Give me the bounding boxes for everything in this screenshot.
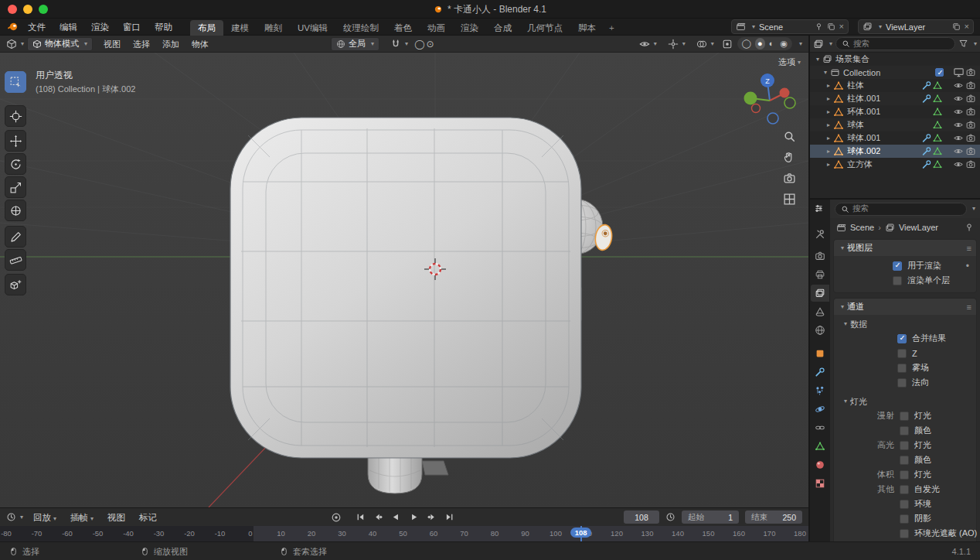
properties-tab-modifiers[interactable] <box>811 364 829 381</box>
expand-icon[interactable]: ▸ <box>824 108 833 115</box>
horizontal-splitter[interactable] <box>810 198 980 200</box>
outliner-object-row[interactable]: ▸立方体 <box>810 158 980 171</box>
topbar-menu-4[interactable]: 帮助 <box>148 19 179 36</box>
frame-start-field[interactable]: 起始 1 <box>682 510 739 524</box>
properties-tab-render[interactable] <box>811 248 829 265</box>
checkbox[interactable] <box>897 378 907 388</box>
properties-tab-physics[interactable] <box>811 401 829 418</box>
properties-editor-icon[interactable] <box>811 203 827 213</box>
timeline-editor-icon[interactable]: ▾ <box>3 512 26 522</box>
workspace-tab-1[interactable]: 建模 <box>223 20 257 36</box>
tool-cursor-button[interactable] <box>5 105 26 127</box>
panel-menu-icon[interactable]: ≡ <box>967 244 971 253</box>
hide-viewport-icon[interactable] <box>952 80 965 90</box>
workspace-tab-3[interactable]: UV编辑 <box>290 20 335 36</box>
checkbox[interactable] <box>900 529 909 538</box>
minimize-window-button[interactable] <box>23 5 32 14</box>
modifier-icon[interactable] <box>921 94 932 104</box>
frame-end-field[interactable]: 结束 250 <box>745 510 802 524</box>
blender-logo-icon[interactable] <box>6 21 19 32</box>
collection-name[interactable]: Collection <box>843 68 880 77</box>
tool-transform-button[interactable] <box>5 200 26 221</box>
show-object-types-button[interactable]: ▾ <box>636 39 660 50</box>
workspace-tab-2[interactable]: 雕刻 <box>257 20 290 36</box>
viewport-menu-2[interactable]: 添加 <box>156 36 185 53</box>
zoom-icon[interactable] <box>783 130 796 143</box>
properties-tab-constraints[interactable] <box>811 419 829 436</box>
viewport-visibility-icon[interactable] <box>953 67 965 78</box>
topbar-menu-1[interactable]: 编辑 <box>53 19 84 36</box>
properties-tab-tool[interactable] <box>811 226 829 243</box>
outliner-object-row[interactable]: ▸球体.001 <box>810 131 980 145</box>
next-keyframe-button[interactable] <box>424 510 440 524</box>
viewlayer-selector[interactable]: ▾ ViewLayer × <box>858 19 974 34</box>
viewport-menu-0[interactable]: 视图 <box>97 36 127 53</box>
object-name[interactable]: 球体.001 <box>847 132 880 144</box>
workspace-tab-6[interactable]: 动画 <box>420 20 453 36</box>
timeline-menu-2[interactable]: 视图 <box>100 509 132 526</box>
hide-viewport-icon[interactable] <box>952 159 965 169</box>
expand-icon[interactable]: ▸ <box>824 82 833 89</box>
properties-tab-material[interactable] <box>811 456 829 473</box>
mesh-data-icon[interactable] <box>932 133 943 143</box>
hide-viewport-icon[interactable] <box>952 146 965 156</box>
mesh-data-icon[interactable] <box>932 120 943 130</box>
properties-tab-view-layer[interactable] <box>811 285 829 302</box>
maximize-window-button[interactable] <box>39 5 48 14</box>
filter-icon[interactable] <box>958 39 968 49</box>
disable-render-icon[interactable] <box>965 94 977 104</box>
object-name[interactable]: 柱体.001 <box>847 93 880 104</box>
new-scene-icon[interactable] <box>827 22 835 31</box>
outliner-object-row[interactable]: ▸环体.001 <box>810 105 980 118</box>
hide-viewport-icon[interactable] <box>952 107 965 117</box>
animate-dot-icon[interactable]: • <box>966 261 969 271</box>
gizmos-button[interactable]: ▾ <box>665 39 689 50</box>
prev-keyframe-button[interactable] <box>370 510 386 524</box>
current-frame-field[interactable]: 108 <box>624 510 659 524</box>
new-viewlayer-icon[interactable] <box>952 22 961 31</box>
hide-viewport-icon[interactable] <box>952 120 965 130</box>
workspace-tab-7[interactable]: 渲染 <box>453 20 486 36</box>
expand-icon[interactable]: ▸ <box>824 121 833 128</box>
pin-icon[interactable] <box>965 223 974 232</box>
disable-render-icon[interactable] <box>965 146 977 156</box>
checkbox[interactable] <box>900 411 909 421</box>
breadcrumb-viewlayer[interactable]: ViewLayer <box>899 223 938 232</box>
vertical-splitter[interactable] <box>808 36 810 541</box>
object-name[interactable]: 球体.002 <box>847 145 880 157</box>
workspace-add-button[interactable]: + <box>604 20 620 36</box>
head-object[interactable] <box>230 118 581 458</box>
camera-view-icon[interactable] <box>783 172 796 185</box>
workspace-tab-4[interactable]: 纹理绘制 <box>335 20 386 36</box>
gizmo-x-axis[interactable] <box>780 88 790 98</box>
properties-tab-object-data[interactable] <box>811 438 829 455</box>
data-subpanel-header[interactable]: ▾ 数据 <box>839 317 971 331</box>
checkbox[interactable] <box>897 364 907 373</box>
topbar-menu-0[interactable]: 文件 <box>21 19 53 36</box>
shading-wireframe-button[interactable]: ◯ <box>740 38 754 50</box>
pin-icon[interactable] <box>815 22 823 31</box>
preview-range-clock-icon[interactable] <box>665 512 675 522</box>
tool-scale-button[interactable] <box>5 176 26 198</box>
viewport-3d[interactable]: 用户透视 (108) Collection | 球体.002 选项▾ Z <box>0 53 808 507</box>
overlays-button[interactable]: ▾ <box>693 39 717 50</box>
auto-keying-icon[interactable] <box>331 512 342 523</box>
gizmo-y-neg-axis[interactable] <box>784 97 795 108</box>
exclude-checkbox[interactable] <box>935 68 944 77</box>
remove-viewlayer-icon[interactable]: × <box>965 22 969 31</box>
topbar-menu-2[interactable]: 渲染 <box>84 19 116 36</box>
checkbox[interactable] <box>897 349 907 358</box>
timeline-menu-0[interactable]: 回放▾ <box>26 509 63 526</box>
checkbox[interactable] <box>900 514 909 524</box>
outliner-object-row[interactable]: ▸球体.002 <box>810 145 980 158</box>
shading-material-button[interactable]: ◐ <box>767 38 777 50</box>
snap-toggle[interactable]: ▾ <box>387 39 411 50</box>
topbar-menu-3[interactable]: 窗口 <box>116 19 148 36</box>
checkbox[interactable] <box>893 261 902 271</box>
navigation-gizmo[interactable]: Z <box>742 73 798 128</box>
expand-icon[interactable]: ▸ <box>824 135 833 142</box>
checkbox[interactable] <box>900 500 909 509</box>
play-reverse-button[interactable] <box>388 510 404 524</box>
object-name[interactable]: 立方体 <box>847 159 873 170</box>
mode-dropdown[interactable]: 物体模式 ▾ <box>27 37 93 51</box>
